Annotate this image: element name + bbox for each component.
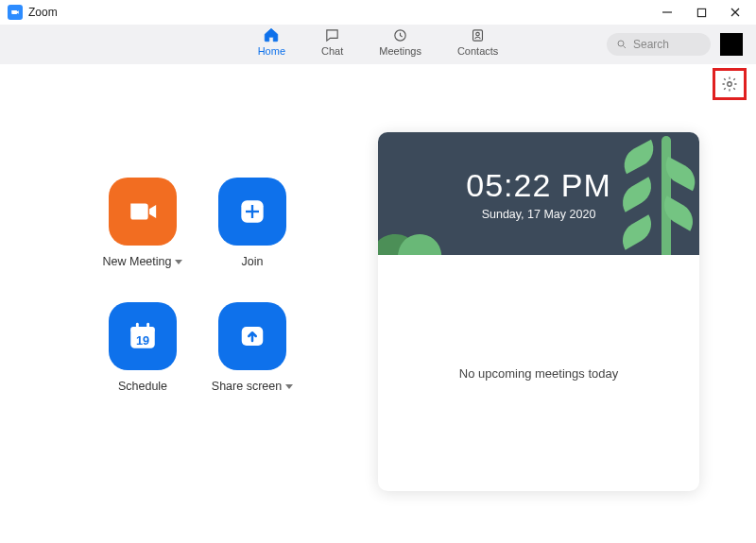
top-navigation: Search: [0, 25, 756, 64]
window-close-button[interactable]: [718, 0, 752, 25]
window-title: Zoom: [28, 6, 58, 19]
nav-tab-contacts[interactable]: Contacts: [457, 26, 498, 57]
svg-rect-15: [136, 323, 139, 330]
panel-header: 05:22 PM Sunday, 17 May 2020: [378, 132, 699, 255]
search-placeholder: Search: [633, 38, 669, 51]
chevron-down-icon: [175, 260, 182, 264]
meetings-panel: 05:22 PM Sunday, 17 May 2020 No upcoming…: [378, 132, 699, 491]
svg-point-8: [476, 32, 480, 36]
window-maximize-button[interactable]: [684, 0, 718, 25]
schedule-button[interactable]: 19 Schedule: [91, 302, 195, 393]
search-icon: [616, 39, 627, 50]
svg-point-4: [618, 41, 624, 46]
clock-icon: [392, 26, 408, 43]
window-minimize-button[interactable]: [650, 0, 684, 25]
nav-tab-home[interactable]: Home: [258, 26, 285, 57]
nav-tab-chat[interactable]: Chat: [321, 26, 343, 57]
contacts-icon: [470, 26, 486, 43]
plus-icon: [239, 198, 266, 225]
clock-date: Sunday, 17 May 2020: [482, 208, 596, 221]
video-icon: [127, 195, 159, 228]
share-icon: [238, 322, 266, 350]
chat-icon: [324, 26, 340, 43]
window-titlebar: Zoom: [0, 0, 756, 25]
share-screen-button[interactable]: Share screen: [200, 302, 304, 393]
svg-rect-1: [697, 8, 705, 16]
nav-label: Meetings: [379, 45, 421, 57]
calendar-icon: 19: [127, 320, 159, 352]
action-label: Schedule: [118, 380, 167, 393]
no-meetings-message: No upcoming meetings today: [459, 366, 618, 381]
action-label: New Meeting: [103, 255, 172, 268]
new-meeting-button[interactable]: New Meeting: [91, 178, 195, 268]
svg-line-5: [624, 46, 627, 49]
zoom-app-icon: [8, 5, 23, 20]
svg-text:19: 19: [136, 333, 149, 348]
search-input[interactable]: Search: [607, 33, 711, 56]
svg-rect-14: [130, 327, 155, 332]
nav-label: Chat: [321, 45, 343, 57]
nav-tab-meetings[interactable]: Meetings: [379, 26, 421, 57]
action-label: Share screen: [212, 380, 282, 393]
nav-label: Contacts: [457, 45, 498, 57]
nav-label: Home: [258, 45, 285, 57]
svg-rect-12: [246, 211, 259, 212]
main-content: New Meeting Join 19: [0, 64, 756, 543]
action-label: Join: [242, 255, 264, 268]
profile-avatar[interactable]: [720, 33, 743, 56]
clock-time: 05:22 PM: [466, 167, 611, 204]
join-button[interactable]: Join: [200, 178, 304, 268]
chevron-down-icon: [285, 384, 293, 389]
home-icon: [263, 26, 280, 43]
svg-rect-16: [146, 323, 149, 330]
